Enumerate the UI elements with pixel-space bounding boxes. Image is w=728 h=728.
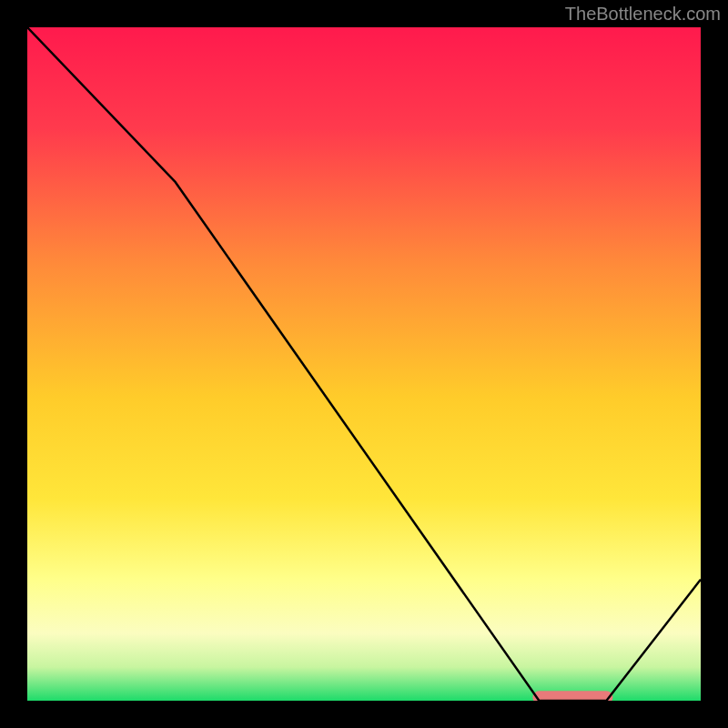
gradient-background xyxy=(27,27,701,701)
chart-svg xyxy=(27,27,701,701)
plot-area xyxy=(27,27,701,701)
chart-container: TheBottleneck.com xyxy=(0,0,728,728)
watermark-text: TheBottleneck.com xyxy=(565,4,721,25)
